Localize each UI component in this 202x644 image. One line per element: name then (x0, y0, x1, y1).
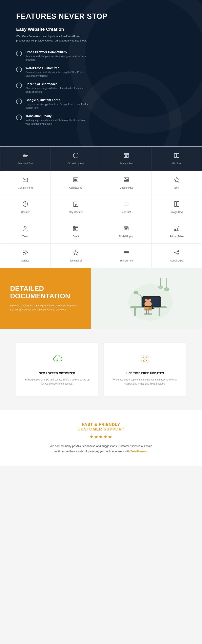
widget-label-circle-progress: Circle Progress (68, 162, 84, 165)
doc-description: We offer a feature-rich and highly funct… (10, 304, 81, 312)
svg-point-76 (158, 286, 163, 289)
feature-title-4: Google & Custom Fonts (25, 98, 90, 102)
event-icon (73, 225, 79, 233)
svg-rect-48 (174, 229, 176, 231)
card-updates-title: Life Time Free Updates (126, 372, 164, 375)
widget-label-contact-form: Contact Form (18, 186, 33, 189)
icon-list-icon (123, 201, 129, 209)
widget-animated-text[interactable]: T↕ Animated Text (0, 146, 51, 171)
widget-counter[interactable]: Counter (0, 195, 51, 220)
widget-label-image-grid: Image Grid (171, 211, 183, 214)
card-seo: SEO / SPEED OPTIMIZED It's built based o… (16, 343, 98, 396)
svg-point-27 (124, 202, 124, 203)
feature-title-3: Dozens of Shortcodes (25, 82, 90, 86)
flip-box-icon (174, 152, 180, 160)
svg-rect-35 (174, 204, 177, 206)
feature-title-1: Cross-Browser Compatibility (25, 50, 90, 54)
widget-label-icon-list: Icon List (122, 211, 131, 214)
widget-label-service: Service (21, 259, 29, 262)
section-title-icon: T (123, 249, 129, 257)
svg-rect-17 (124, 178, 129, 181)
svg-point-74 (164, 288, 170, 291)
widget-day-counter[interactable]: Day Counter (51, 195, 101, 220)
feature-item-1: ✓ Cross-Browser Compatibility Rest assur… (16, 50, 186, 62)
svg-text:T↕: T↕ (24, 154, 26, 156)
svg-rect-33 (174, 202, 177, 204)
widget-service[interactable]: Service (0, 244, 51, 268)
svg-line-86 (144, 358, 146, 360)
card-updates-desc: When you buy a copy of the theme you gai… (112, 378, 178, 386)
icon-widget-icon (174, 176, 180, 184)
widget-team[interactable]: Team (0, 220, 51, 244)
widget-circle-progress[interactable]: Circle Progress (51, 146, 101, 171)
widget-icon-list[interactable]: Icon List (101, 195, 152, 220)
widget-contact-form[interactable]: Contact Form (0, 171, 51, 195)
cloud-icon (51, 353, 63, 368)
feature-title-2: WordPress Customizer (25, 66, 90, 70)
svg-text:T: T (125, 250, 126, 252)
contact-form-icon (22, 176, 28, 184)
widget-label-pricing-table: Pricing Table (170, 235, 183, 238)
pricing-table-icon (174, 225, 180, 233)
contact-info-icon (73, 176, 79, 184)
widget-label-counter: Counter (21, 211, 30, 214)
feature-title-5: Translation Ready (25, 114, 90, 118)
widget-google-map[interactable]: Google Map (101, 171, 152, 195)
widget-icon[interactable]: Icon (152, 171, 202, 195)
widget-feature-box[interactable]: Feature Box (101, 146, 152, 171)
feature-item-5: ✓ Translation Ready No language boundari… (16, 114, 186, 126)
check-icon-2: ✓ (16, 66, 22, 72)
animated-text-icon: T↕ (22, 152, 28, 160)
svg-rect-83 (144, 314, 152, 314)
card-updates: Life Time Free Updates When you buy a co… (104, 343, 186, 396)
widget-label-event: Event (73, 235, 79, 238)
svg-rect-36 (177, 204, 179, 206)
svg-line-61 (176, 253, 178, 254)
widget-modal-popup[interactable]: Modal Popup (101, 220, 152, 244)
svg-point-72 (133, 291, 138, 294)
check-icon-3: ✓ (16, 82, 22, 88)
svg-rect-64 (134, 308, 136, 316)
widgets-grid: T↕ Animated Text Circle Progress (0, 146, 202, 268)
update-icon (139, 353, 151, 368)
svg-rect-80 (144, 310, 152, 310)
feature-desc-4: Use your favorite typeface from Google F… (25, 102, 90, 110)
widget-label-google-map: Google Map (120, 186, 133, 189)
svg-rect-12 (73, 178, 78, 182)
doc-right-panel (91, 268, 202, 329)
widget-testimonial[interactable]: Testimonial (51, 244, 101, 268)
map-icon (123, 176, 129, 184)
svg-line-60 (176, 251, 178, 252)
feature-item-2: ✓ WordPress Customizer Customize your we… (16, 66, 186, 78)
zozothemes-link[interactable]: Zozothemes. (130, 450, 148, 453)
feature-desc-5: No language boundaries here! Translate t… (25, 118, 90, 126)
doc-title: DETAILEDDOCUMENTATION (10, 285, 81, 300)
widget-label-flip-box: Flip Box (172, 162, 181, 165)
widget-image-grid[interactable]: Image Grid (152, 195, 202, 220)
card-seo-desc: It's built based on SEO and speed. So it… (24, 378, 90, 386)
svg-rect-65 (159, 308, 160, 316)
hero-main-title: FEATURES NEVER STOP (16, 12, 186, 21)
svg-rect-34 (177, 202, 179, 204)
hero-description: We offer a feature-rich and highly funct… (16, 34, 89, 43)
widget-event[interactable]: Event (51, 220, 101, 244)
widget-contact-info[interactable]: Contact Info (51, 171, 101, 195)
svg-point-51 (24, 252, 26, 254)
support-title: FAST & FRIENDLYCUSTOMER SUPPORT (16, 422, 186, 432)
cards-section: SEO / SPEED OPTIMIZED It's built based o… (0, 329, 202, 410)
card-seo-title: SEO / SPEED OPTIMIZED (39, 372, 75, 375)
svg-point-59 (178, 254, 179, 255)
feature-item-3: ✓ Dozens of Shortcodes Choose from a lar… (16, 82, 186, 94)
social-links-icon (174, 249, 180, 257)
widget-social-links[interactable]: Social Links (152, 244, 202, 268)
svg-point-31 (124, 205, 124, 206)
widget-section-title[interactable]: T Section Title (101, 244, 152, 268)
widget-label-feature-box: Feature Box (120, 162, 133, 165)
svg-point-57 (178, 250, 179, 252)
widget-pricing-table[interactable]: Pricing Table (152, 220, 202, 244)
svg-rect-49 (176, 228, 177, 231)
doc-illustration (118, 276, 175, 320)
widget-flip-box[interactable]: Flip Box (152, 146, 202, 171)
feature-item-4: ✓ Google & Custom Fonts Use your favorit… (16, 98, 186, 110)
modal-popup-icon (123, 225, 129, 233)
